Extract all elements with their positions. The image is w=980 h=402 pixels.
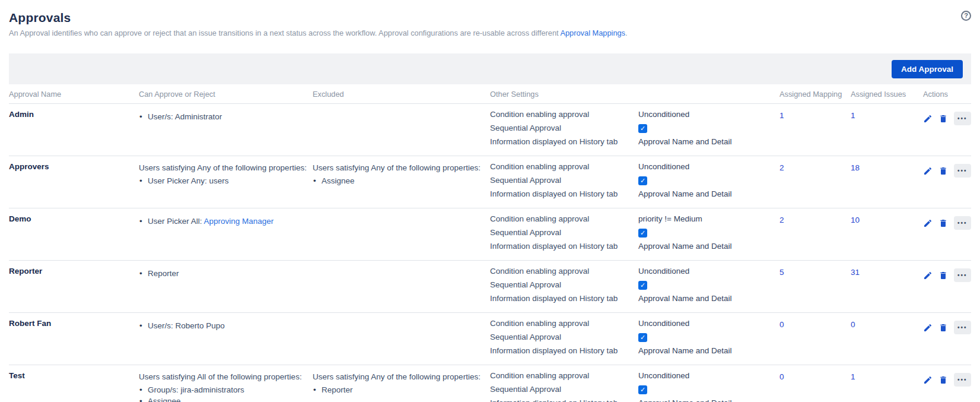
approval-name: Admin [9,104,139,156]
edit-button[interactable] [923,218,933,228]
more-actions-button[interactable]: ••• [954,373,971,387]
delete-button[interactable] [938,375,948,385]
more-actions-button[interactable]: ••• [954,268,971,282]
sequential-setting-line: Sequential Approval ✓ [490,228,775,238]
condition-value: Unconditioned [638,371,775,380]
excluded-cell [313,208,490,261]
setting-label: Information displayed on History tab [490,189,638,198]
assigned-issues-link[interactable]: 18 [851,163,860,172]
add-approval-button[interactable]: Add Approval [892,60,963,78]
sequential-checkbox[interactable]: ✓ [638,385,647,394]
excluded-cell [313,261,490,313]
delete-button[interactable] [938,113,948,124]
history-value: Approval Name and Detail [638,242,775,251]
criteria-bullet: User/s: Administrator [139,111,308,123]
setting-label: Information displayed on History tab [490,398,638,402]
criteria-list: Reporter [313,384,485,396]
table-row: Test Users satisfying All of the followi… [9,365,971,402]
other-settings-cell: Condition enabling approval Unconditione… [490,104,779,156]
assigned-mapping-cell: 0 [779,313,851,365]
criteria-list: Assignee [313,175,485,187]
trash-icon [938,323,948,333]
sequential-setting-line: Sequential Approval ✓ [490,280,775,290]
excluded-cell: Users satisfying Any of the following pr… [313,365,490,402]
assigned-mapping-link[interactable]: 5 [779,268,784,277]
trash-icon [938,271,948,280]
table-row: Approvers Users satisfying Any of the fo… [9,156,971,208]
pencil-icon [923,323,933,333]
assigned-issues-cell: 1 [851,365,923,402]
condition-setting-line: Condition enabling approval priority != … [490,214,775,224]
ellipsis-icon: ••• [957,220,968,226]
more-actions-button[interactable]: ••• [954,164,971,178]
approve-cell: Users satisfying Any of the following pr… [139,156,313,208]
edit-button[interactable] [923,375,933,385]
sequential-checkbox[interactable]: ✓ [638,281,647,290]
approval-name: Robert Fan [9,313,139,365]
help-button[interactable]: ? [961,11,971,21]
more-actions-button[interactable]: ••• [954,321,971,334]
criteria-bullet: Group/s: jira-administrators [139,384,308,396]
pencil-icon [923,114,933,124]
actions-wrap: ••• [923,112,966,125]
sequential-setting-line: Sequential Approval ✓ [490,333,775,343]
actions-wrap: ••• [923,164,966,178]
description-text: An Approval identifies who can approve o… [9,29,560,37]
delete-button[interactable] [938,218,948,228]
history-value: Approval Name and Detail [638,294,775,303]
sequential-checkbox[interactable]: ✓ [638,124,647,133]
assigned-issues-cell: 18 [851,156,923,208]
delete-button[interactable] [938,322,948,333]
criteria-list: User/s: Roberto Pupo [139,320,308,332]
table-header-row: Approval Name Can Approve or Reject Excl… [9,84,971,104]
approve-cell: Reporter [139,261,313,313]
criteria-link[interactable]: Approving Manager [204,217,274,226]
sequential-value: ✓ [638,280,775,290]
assigned-issues-cell: 0 [851,313,923,365]
more-actions-button[interactable]: ••• [954,216,971,230]
assigned-mapping-link[interactable]: 0 [779,372,784,381]
assigned-issues-link[interactable]: 31 [851,268,860,277]
excluded-cell [313,104,490,156]
pencil-icon [923,375,933,385]
sequential-value: ✓ [638,124,775,133]
assigned-mapping-link[interactable]: 1 [779,111,784,120]
assigned-mapping-link[interactable]: 2 [779,216,784,224]
ellipsis-icon: ••• [957,168,968,174]
assigned-mapping-cell: 2 [779,156,851,208]
assigned-mapping-cell: 1 [779,104,851,156]
more-actions-button[interactable]: ••• [954,112,971,125]
delete-button[interactable] [938,270,948,280]
approval-name: Test [9,365,139,402]
other-settings-cell: Condition enabling approval Unconditione… [490,261,779,313]
setting-label: Sequential Approval [490,228,638,237]
edit-button[interactable] [923,166,933,176]
approve-cell: User/s: Roberto Pupo [139,313,313,365]
delete-button[interactable] [938,166,948,176]
assigned-mapping-link[interactable]: 2 [779,163,784,172]
assigned-mapping-link[interactable]: 0 [779,320,784,329]
approval-mappings-link[interactable]: Approval Mappings [560,29,625,37]
edit-button[interactable] [923,322,933,333]
history-setting-line: Information displayed on History tab App… [490,294,775,304]
sequential-checkbox[interactable]: ✓ [638,229,647,238]
sequential-setting-line: Sequential Approval ✓ [490,176,775,186]
trash-icon [938,219,948,228]
assigned-issues-link[interactable]: 1 [851,372,855,381]
sequential-checkbox[interactable]: ✓ [638,333,647,342]
assigned-issues-link[interactable]: 0 [851,320,855,329]
assigned-issues-link[interactable]: 1 [851,111,855,120]
trash-icon [938,114,948,124]
sequential-checkbox[interactable]: ✓ [638,176,647,185]
ellipsis-icon: ••• [957,325,968,331]
edit-button[interactable] [923,113,933,124]
ellipsis-icon: ••• [957,116,968,122]
criteria-bullet: User Picker All: Approving Manager [139,216,308,227]
sequential-value: ✓ [638,228,775,238]
actions-cell: ••• [923,365,971,402]
criteria-intro: Users satisfying Any of the following pr… [139,162,308,174]
edit-button[interactable] [923,270,933,280]
other-settings-cell: Condition enabling approval Unconditione… [490,365,779,402]
assigned-issues-link[interactable]: 10 [851,216,860,224]
approve-cell: Users satisfying All of the following pr… [139,365,313,402]
